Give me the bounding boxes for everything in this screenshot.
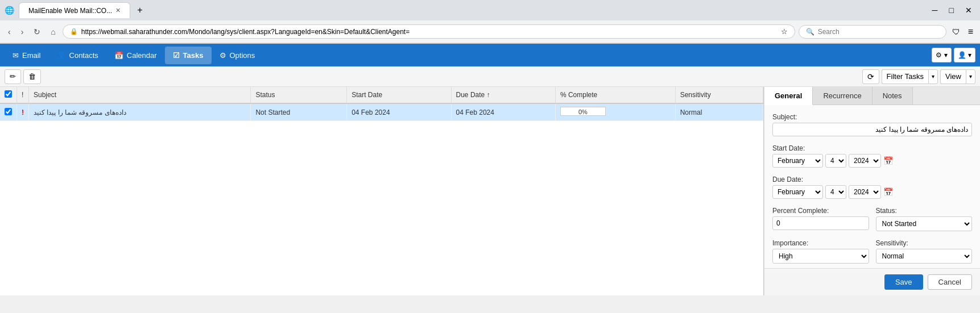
due-date-calendar-icon[interactable]: 📅 — [883, 187, 893, 197]
start-date-day-select[interactable]: 123 4 567 — [825, 154, 846, 168]
home-button[interactable]: ⌂ — [47, 25, 59, 39]
status-select[interactable]: Not Started In Progress Completed Waitin… — [876, 216, 973, 231]
sensitivity-select[interactable]: Normal Personal Private Confidential — [876, 249, 973, 264]
col-header-percent[interactable]: % Complete — [555, 87, 675, 103]
task-table: ! Subject Status Start Date Due Date ↑ %… — [0, 87, 763, 121]
col-header-start-date[interactable]: Start Date — [347, 87, 451, 103]
calendar-nav-label: Calendar — [127, 51, 157, 60]
status-field: Status: Not Started In Progress Complete… — [876, 207, 973, 231]
calendar-icon: 📅 — [114, 51, 123, 60]
minimize-icon[interactable]: ─ — [929, 6, 941, 15]
delete-button[interactable]: 🗑 — [23, 69, 41, 84]
contacts-icon: 👤 — [57, 51, 66, 60]
tab-recurrence[interactable]: Recurrence — [813, 87, 872, 105]
new-tab-icon[interactable]: + — [135, 5, 144, 15]
start-date-calendar-icon[interactable]: 📅 — [883, 156, 893, 165]
percent-complete-input[interactable] — [772, 216, 869, 230]
tab[interactable]: MailEnable Web Mail::CO... ✕ — [19, 2, 130, 18]
row-percent-cell: 0% — [555, 103, 675, 121]
row-due-date: 04 Feb 2024 — [456, 108, 494, 116]
progress-bar-text: 0% — [561, 107, 605, 116]
progress-bar: 0% — [560, 107, 606, 116]
right-icons: ⚙ ▾ 👤 ▾ — [932, 48, 975, 62]
importance-select[interactable]: Low Normal High — [772, 249, 869, 264]
browser-icon: 🌐 — [5, 6, 14, 15]
filter-tasks-button[interactable]: Filter Tasks — [882, 69, 929, 84]
save-button[interactable]: Save — [884, 274, 923, 290]
maximize-icon[interactable]: □ — [946, 6, 957, 15]
cancel-button[interactable]: Cancel — [928, 274, 972, 290]
row-start-date-cell: 04 Feb 2024 — [347, 103, 451, 121]
contacts-nav-label: Contacts — [69, 51, 98, 60]
refresh-button[interactable]: ⟳ — [862, 69, 879, 84]
row-checkbox[interactable] — [5, 108, 12, 115]
task-panel: ! Subject Status Start Date Due Date ↑ %… — [0, 87, 764, 295]
sidebar-item-options[interactable]: ⚙ Options — [212, 47, 263, 64]
close-window-icon[interactable]: ✕ — [962, 6, 975, 15]
row-start-date: 04 Feb 2024 — [352, 108, 390, 116]
edit-button[interactable]: ✏ — [5, 69, 21, 84]
email-nav-label: Email — [22, 51, 41, 60]
percent-complete-label: Percent Complete: — [772, 207, 869, 215]
table-row[interactable]: ! دادەهای مسروقه شما را پیدا کنید Not St… — [0, 103, 763, 121]
view-button[interactable]: View — [940, 69, 966, 84]
more-tools-icon[interactable]: ≡ — [966, 27, 975, 37]
start-date-label: Start Date: — [772, 144, 972, 152]
sidebar-item-tasks[interactable]: ☑ Tasks — [165, 47, 212, 64]
view-dropdown-arrow[interactable]: ▾ — [966, 69, 975, 84]
tab-title: MailEnable Web Mail::CO... — [28, 7, 112, 15]
col-header-subject[interactable]: Subject — [29, 87, 251, 103]
due-date-month-select[interactable]: January February March April May June Ju… — [772, 185, 823, 199]
filter-tasks-dropdown-arrow[interactable]: ▾ — [928, 69, 938, 84]
toolbar: ✏ 🗑 ⟳ Filter Tasks ▾ View ▾ — [0, 66, 980, 87]
row-status: Not Started — [255, 108, 290, 116]
forward-button[interactable]: › — [18, 25, 27, 39]
row-checkbox-cell[interactable] — [0, 103, 17, 121]
back-button[interactable]: ‹ — [5, 25, 14, 39]
star-icon[interactable]: ☆ — [781, 27, 788, 36]
col-header-checkbox[interactable] — [0, 87, 17, 103]
row-due-date-cell: 04 Feb 2024 — [451, 103, 555, 121]
due-date-year-select[interactable]: 2023 2024 2025 — [849, 185, 881, 199]
browser-chrome: 🌐 MailEnable Web Mail::CO... ✕ + ─ □ ✕ ‹… — [0, 0, 980, 44]
reload-button[interactable]: ↻ — [30, 25, 44, 39]
search-input[interactable] — [818, 28, 903, 36]
col-header-excl[interactable]: ! — [17, 87, 29, 103]
settings-icon-btn[interactable]: ⚙ ▾ — [932, 48, 951, 62]
start-date-year-select[interactable]: 2023 2024 2025 — [849, 154, 881, 168]
address-bar[interactable]: 🔒 ☆ — [63, 24, 795, 39]
user-icon-btn[interactable]: 👤 ▾ — [954, 48, 975, 62]
col-header-status[interactable]: Status — [251, 87, 347, 103]
tab-general[interactable]: General — [764, 87, 813, 105]
row-sensitivity-cell: Normal — [675, 103, 763, 121]
select-all-checkbox[interactable] — [5, 90, 12, 98]
row-status-cell: Not Started — [251, 103, 347, 121]
tasks-nav-label: Tasks — [183, 51, 204, 60]
sidebar-item-calendar[interactable]: 📅 Calendar — [106, 47, 165, 64]
search-bar[interactable]: 🔍 — [799, 25, 946, 39]
due-date-day-select[interactable]: 123 4 567 — [825, 185, 846, 199]
start-date-month-select[interactable]: January February March April May June Ju… — [772, 154, 823, 168]
importance-label: Importance: — [772, 239, 869, 247]
subject-label: Subject: — [772, 113, 972, 121]
tab-close-icon[interactable]: ✕ — [115, 7, 121, 14]
browser-titlebar: 🌐 MailEnable Web Mail::CO... ✕ + ─ □ ✕ — [0, 0, 980, 20]
search-icon: 🔍 — [806, 28, 814, 36]
col-header-due-date[interactable]: Due Date ↑ — [451, 87, 555, 103]
sensitivity-label: Sensitivity: — [876, 239, 973, 247]
sidebar-item-contacts[interactable]: 👤 Contacts — [49, 47, 106, 64]
row-excl-cell: ! — [17, 103, 29, 121]
excl-icon: ! — [22, 108, 24, 116]
extensions-icon[interactable]: 🛡 — [950, 27, 962, 36]
tab-notes[interactable]: Notes — [873, 87, 913, 105]
due-date-row: Due Date: January February March April M… — [772, 176, 972, 199]
sidebar-item-email[interactable]: ✉ Email — [5, 47, 49, 64]
subject-input[interactable] — [772, 123, 972, 136]
col-header-sensitivity[interactable]: Sensitivity — [675, 87, 763, 103]
row-subject: دادەهای مسروقه شما را پیدا کنید — [34, 108, 126, 116]
detail-footer: Save Cancel — [764, 268, 980, 295]
url-input[interactable] — [81, 28, 778, 36]
subject-row: Subject: — [772, 113, 972, 136]
detail-body: Subject: Start Date: January February Ma… — [764, 105, 980, 268]
percent-complete-field: Percent Complete: — [772, 207, 869, 231]
